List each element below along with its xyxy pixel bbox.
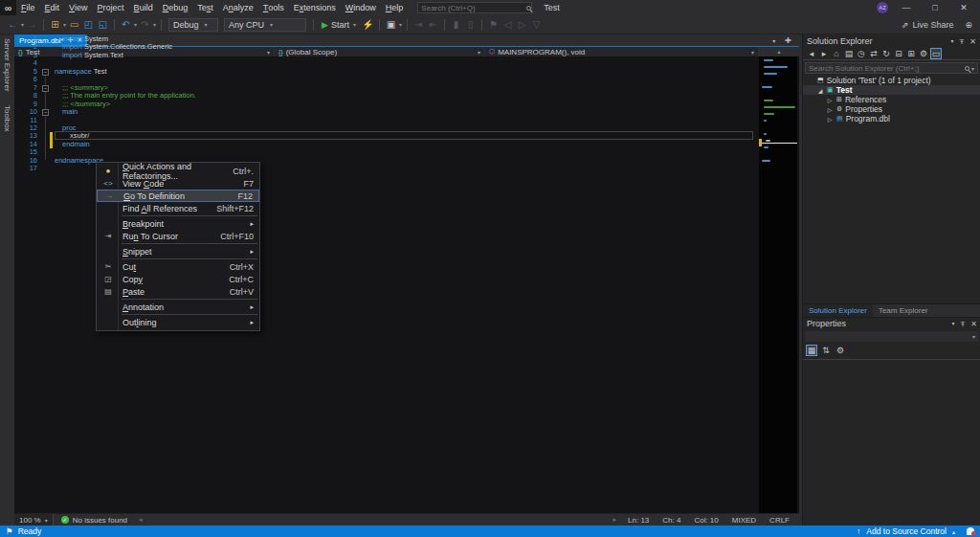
pin-icon[interactable]: Ŧ	[959, 37, 964, 46]
fold-collapse-icon[interactable]: −	[42, 69, 49, 76]
status-segment[interactable]: Ch: 4	[662, 516, 680, 525]
properties-header[interactable]: Properties ▾ Ŧ ✕	[803, 318, 980, 329]
scrollbar-top-button[interactable]: ▴	[759, 47, 799, 56]
menu-tools[interactable]: Tools	[258, 0, 289, 15]
chevron-up-icon[interactable]: ▴	[952, 528, 955, 535]
code-line[interactable]: 10−main	[14, 108, 759, 116]
alphabetical-icon[interactable]: ⇅	[820, 346, 832, 355]
properties-icon[interactable]: ⚙	[918, 49, 929, 58]
context-menu-item-find-all-references[interactable]: Find All ReferencesShift+F12	[97, 202, 259, 214]
save-icon[interactable]: ◰	[82, 19, 95, 30]
hot-reload-icon[interactable]: ⚡	[362, 19, 374, 30]
scroll-right-icon[interactable]: ▸	[613, 516, 617, 524]
solution-search-box[interactable]: ▾	[805, 62, 978, 74]
window-position-icon[interactable]: ▾	[951, 320, 954, 328]
switch-views-icon[interactable]: ▤	[843, 49, 855, 58]
close-icon[interactable]: ✕	[970, 320, 977, 328]
context-menu-item-outlining[interactable]: Outlining▸	[97, 316, 259, 328]
tab-team-explorer[interactable]: Team Explorer	[873, 304, 934, 317]
menu-window[interactable]: Window	[341, 0, 381, 15]
context-menu-item-snippet[interactable]: Snippet▸	[97, 245, 259, 257]
code-line[interactable]: 6	[14, 76, 759, 83]
quick-search-box[interactable]	[417, 2, 532, 13]
platform-dropdown[interactable]: Any CPU▾	[224, 18, 306, 32]
active-files-dropdown-icon[interactable]: ▾	[772, 37, 775, 44]
dropdown-caret-icon[interactable]: ▾	[21, 21, 24, 28]
context-menu-item-run-to-cursor[interactable]: ⇥Run To CursorCtrl+F10	[97, 230, 259, 242]
context-menu-item-breakpoint[interactable]: Breakpoint▸	[97, 217, 259, 230]
health-indicator[interactable]: ✓ No issues found	[54, 516, 127, 525]
tool-window-tab-toolbox[interactable]: Toolbox	[3, 105, 11, 132]
status-segment[interactable]: CRLF	[769, 516, 790, 525]
code-line[interactable]: 15	[14, 148, 759, 156]
refresh-icon[interactable]: ↻	[880, 49, 892, 58]
window-position-icon[interactable]: ▾	[950, 37, 953, 46]
pin-icon[interactable]: Ŧ	[960, 320, 965, 328]
context-menu-item-go-to-definition[interactable]: →Go To DefinitionF12	[97, 190, 259, 202]
minimize-button[interactable]: —	[896, 3, 917, 12]
show-all-files-icon[interactable]: ⊞	[905, 49, 917, 58]
dropdown-caret-icon[interactable]: ▾	[134, 21, 137, 28]
close-icon[interactable]: ✕	[969, 37, 976, 46]
code-line[interactable]: 2import System.Collections.Generic	[14, 43, 759, 51]
status-segment[interactable]: Ln: 13	[628, 516, 649, 525]
tree-collapsed-arrow-icon[interactable]: ▷	[826, 97, 834, 103]
context-menu-item-cut[interactable]: ✂CutCtrl+X	[97, 260, 259, 273]
menu-edit[interactable]: Edit	[40, 0, 65, 15]
menu-view[interactable]: View	[64, 0, 93, 15]
status-segment[interactable]: MIXED	[732, 516, 756, 525]
back-icon[interactable]: ◂	[806, 49, 817, 58]
search-options-icon[interactable]: ▾	[971, 65, 974, 72]
context-menu-item-quick-actions-and-refactorings[interactable]: ●Quick Actions and Refactorings...Ctrl+.	[97, 165, 259, 177]
menu-project[interactable]: Project	[93, 0, 129, 15]
tree-item-program.dbl[interactable]: ▷▤Program.dbl	[803, 114, 980, 123]
fold-collapse-icon[interactable]: −	[42, 109, 49, 116]
dropdown-caret-icon[interactable]: ▾	[153, 21, 156, 28]
maximize-button[interactable]: □	[924, 3, 946, 12]
property-pages-icon[interactable]: ⚙	[835, 346, 846, 355]
forward-icon[interactable]: ▸	[818, 49, 830, 58]
save-all-icon[interactable]: ◱	[97, 19, 109, 30]
open-file-icon[interactable]: ▭	[68, 19, 80, 30]
split-window-icon[interactable]: ✚	[785, 36, 791, 45]
tree-item-properties[interactable]: ▷⚙Properties	[803, 104, 980, 114]
preview-selected-items-icon[interactable]: ▭	[930, 48, 942, 59]
code-line[interactable]: 14endmain	[14, 141, 759, 148]
tree-collapsed-arrow-icon[interactable]: ▷	[826, 116, 834, 123]
dropdown-caret-icon[interactable]: ▾	[63, 21, 66, 28]
sync-with-active-document-icon[interactable]: ⇄	[868, 49, 880, 58]
code-line[interactable]: 11	[14, 117, 759, 124]
categorized-icon[interactable]: ▦	[806, 345, 817, 356]
tab-solution-explorer[interactable]: Solution Explorer	[803, 304, 873, 317]
context-menu-item-annotation[interactable]: Annotation▸	[97, 301, 259, 313]
start-debug-button[interactable]: ▶Start▾	[322, 20, 357, 30]
account-avatar[interactable]: AZ	[877, 2, 888, 13]
status-segment[interactable]: Col: 10	[694, 516, 718, 525]
horizontal-scrollbar[interactable]: ◂ ▸	[127, 516, 628, 524]
live-share-button[interactable]: ⇗ Live Share ⊕	[902, 20, 980, 30]
find-in-files-icon[interactable]: ▣	[385, 19, 397, 30]
context-menu-item-copy[interactable]: ◲CopyCtrl+C	[97, 273, 259, 285]
new-project-icon[interactable]: ⊞	[49, 19, 61, 30]
zoom-control[interactable]: 100 % ▾	[14, 514, 54, 526]
context-menu-item-view-code[interactable]: <>View CodeF7	[97, 177, 259, 190]
properties-object-dropdown[interactable]: ▾	[805, 331, 979, 342]
menu-analyze[interactable]: Analyze	[218, 0, 258, 15]
menu-help[interactable]: Help	[381, 0, 409, 15]
minimap-scrollbar[interactable]	[759, 56, 797, 513]
debug-configuration-dropdown[interactable]: Debug▾	[168, 18, 218, 32]
tool-window-tab-server-explorer[interactable]: Server Explorer	[3, 38, 11, 92]
code-line[interactable]: 5−namespace Test	[14, 68, 759, 76]
search-input[interactable]	[421, 4, 526, 12]
code-line[interactable]: 9;;; </summary>	[14, 101, 759, 108]
tree-item-solution-test-1-of-1-project[interactable]: ⬒Solution 'Test' (1 of 1 project)	[803, 76, 980, 85]
scroll-left-icon[interactable]: ◂	[139, 516, 143, 524]
pending-changes-filter-icon[interactable]: ◷	[856, 49, 867, 58]
feedback-icon[interactable]: ⊕	[965, 20, 972, 30]
code-line[interactable]: 13xsubr/	[14, 132, 759, 140]
undo-icon[interactable]: ↶	[120, 19, 132, 30]
context-menu-item-paste[interactable]: ▤PasteCtrl+V	[97, 285, 259, 298]
tree-expanded-arrow-icon[interactable]: ◢	[816, 87, 824, 94]
collapse-all-icon[interactable]: ⊟	[893, 49, 904, 58]
solution-explorer-header[interactable]: Solution Explorer ▾ Ŧ ✕	[803, 35, 980, 47]
